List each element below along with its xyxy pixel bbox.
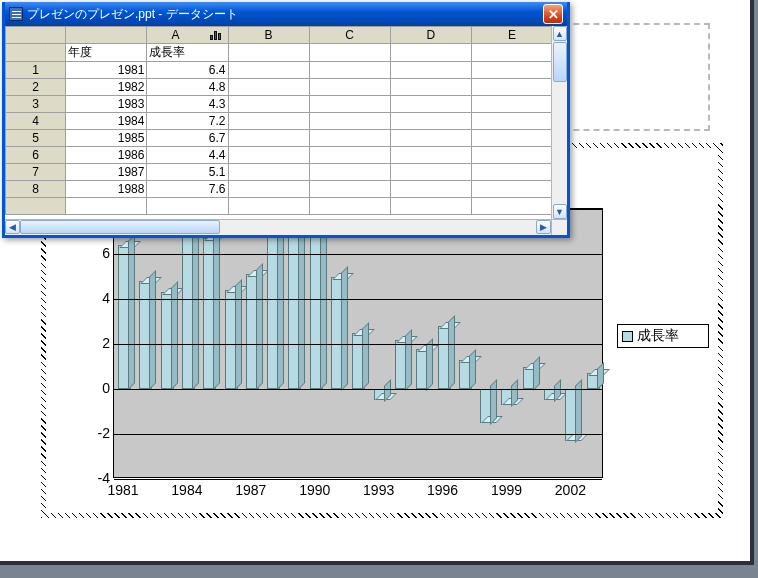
cell[interactable] [390, 62, 471, 79]
row-header[interactable]: 6 [6, 147, 66, 164]
cell[interactable]: 1983 [66, 96, 147, 113]
cell[interactable] [471, 164, 551, 181]
row-header[interactable]: 8 [6, 181, 66, 198]
chart-bar[interactable] [352, 333, 365, 389]
scroll-left-button[interactable]: ◀ [5, 220, 20, 234]
horizontal-scroll-track[interactable] [220, 220, 536, 235]
cell[interactable]: 4.3 [147, 96, 228, 113]
chart-bar[interactable] [288, 227, 301, 389]
cell[interactable] [390, 79, 471, 96]
series-header-cell[interactable]: 成長率 [147, 44, 228, 62]
cell[interactable] [390, 96, 471, 113]
scroll-down-button[interactable]: ▼ [553, 204, 567, 219]
scroll-right-button[interactable]: ▶ [536, 220, 551, 234]
datasheet-grid[interactable]: ABCDE年度成長率119816.4219824.8319834.3419847… [5, 26, 551, 219]
cell[interactable] [390, 147, 471, 164]
chart-bar[interactable] [331, 277, 344, 390]
chart-bar[interactable] [374, 389, 387, 400]
chart-bar[interactable] [459, 360, 472, 389]
chart-bar[interactable] [225, 290, 238, 389]
cell[interactable] [390, 181, 471, 198]
cell[interactable] [228, 62, 309, 79]
column-header[interactable]: B [228, 27, 309, 44]
close-button[interactable]: ✕ [543, 4, 563, 24]
chart-bar[interactable] [438, 326, 451, 389]
row-header[interactable]: 4 [6, 113, 66, 130]
cell[interactable] [228, 147, 309, 164]
cell[interactable] [471, 130, 551, 147]
cell[interactable] [471, 113, 551, 130]
row-header[interactable]: 7 [6, 164, 66, 181]
cell[interactable]: 1986 [66, 147, 147, 164]
chart-bar[interactable] [118, 245, 131, 389]
cell[interactable]: 1984 [66, 113, 147, 130]
cell[interactable] [228, 181, 309, 198]
chart-bar[interactable] [161, 292, 174, 389]
chart-bar[interactable] [523, 367, 536, 390]
cell[interactable]: 6.7 [147, 130, 228, 147]
cell[interactable] [309, 147, 390, 164]
cell[interactable] [309, 79, 390, 96]
datasheet-window[interactable]: プレゼンのプレゼン.ppt - データシート ✕ ABCDE年度成長率11981… [2, 2, 570, 238]
chart-bar[interactable] [395, 340, 408, 390]
chart-bar[interactable] [310, 234, 323, 389]
column-header[interactable]: E [471, 27, 551, 44]
column-header[interactable]: A [147, 27, 228, 44]
vertical-scroll-track[interactable] [552, 83, 567, 204]
chart-bar[interactable] [565, 389, 578, 441]
cell[interactable]: 1987 [66, 164, 147, 181]
cell[interactable] [228, 96, 309, 113]
cell[interactable]: 1982 [66, 79, 147, 96]
cell[interactable] [309, 96, 390, 113]
chart-bar[interactable] [501, 389, 514, 405]
column-header[interactable]: C [309, 27, 390, 44]
cell[interactable]: 1985 [66, 130, 147, 147]
chart-bar[interactable] [544, 389, 557, 400]
cell[interactable]: 1988 [66, 181, 147, 198]
cell[interactable] [309, 181, 390, 198]
cell[interactable] [390, 164, 471, 181]
row-header[interactable]: 1 [6, 62, 66, 79]
chart-bar[interactable] [267, 218, 280, 389]
chart-bar[interactable] [182, 227, 195, 389]
scroll-up-button[interactable]: ▲ [553, 26, 567, 41]
cell[interactable] [228, 130, 309, 147]
vertical-scroll-thumb[interactable] [553, 42, 567, 82]
cell[interactable] [309, 164, 390, 181]
cell[interactable] [471, 62, 551, 79]
category-header-cell[interactable]: 年度 [66, 44, 147, 62]
chart-bar[interactable] [139, 281, 152, 389]
cell[interactable] [471, 96, 551, 113]
horizontal-scrollbar[interactable]: ◀ ▶ [5, 219, 551, 235]
row-header[interactable]: 3 [6, 96, 66, 113]
datasheet-titlebar[interactable]: プレゼンのプレゼン.ppt - データシート ✕ [5, 2, 567, 26]
cell[interactable] [390, 130, 471, 147]
column-header[interactable]: D [390, 27, 471, 44]
cell[interactable]: 7.6 [147, 181, 228, 198]
cell[interactable]: 7.2 [147, 113, 228, 130]
vertical-scrollbar[interactable]: ▲ ▼ [551, 26, 567, 219]
cell[interactable] [390, 113, 471, 130]
cell[interactable] [471, 79, 551, 96]
row-header[interactable]: 2 [6, 79, 66, 96]
chart-bar[interactable] [587, 373, 600, 389]
cell[interactable]: 6.4 [147, 62, 228, 79]
cell[interactable]: 4.4 [147, 147, 228, 164]
cell[interactable] [309, 113, 390, 130]
chart-legend[interactable]: 成長率 [617, 324, 709, 348]
cell[interactable] [309, 130, 390, 147]
chart-bar[interactable] [416, 349, 429, 390]
cell[interactable] [471, 181, 551, 198]
cell[interactable]: 5.1 [147, 164, 228, 181]
chart-bar[interactable] [246, 274, 259, 389]
cell[interactable] [228, 164, 309, 181]
cell[interactable] [228, 79, 309, 96]
cell[interactable] [309, 62, 390, 79]
cell[interactable]: 1981 [66, 62, 147, 79]
cell[interactable]: 4.8 [147, 79, 228, 96]
row-header[interactable]: 5 [6, 130, 66, 147]
cell[interactable] [228, 113, 309, 130]
cell[interactable] [471, 147, 551, 164]
column-header[interactable] [66, 27, 147, 44]
horizontal-scroll-thumb[interactable] [20, 220, 220, 234]
